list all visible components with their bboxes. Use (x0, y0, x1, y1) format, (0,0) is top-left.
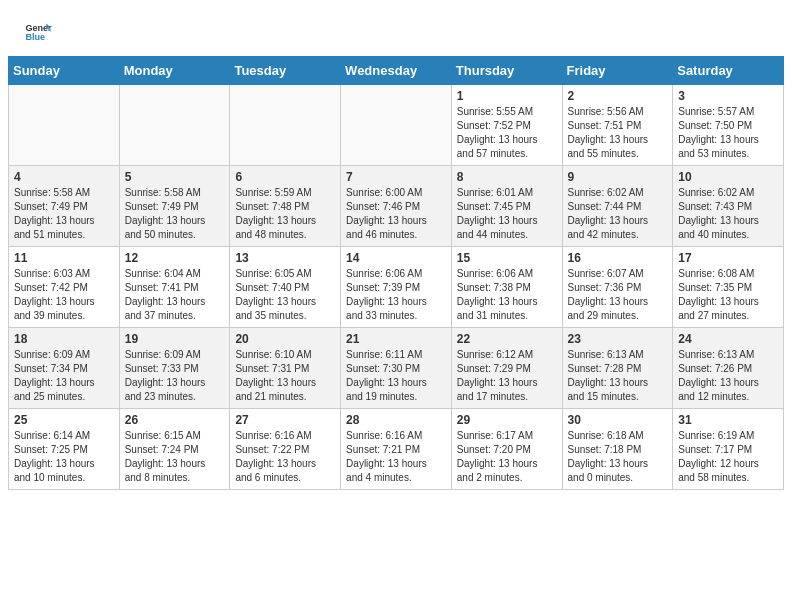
calendar-week-row: 25Sunrise: 6:14 AMSunset: 7:25 PMDayligh… (9, 409, 784, 490)
day-info: Sunrise: 5:57 AMSunset: 7:50 PMDaylight:… (678, 105, 778, 161)
day-info: Sunrise: 5:56 AMSunset: 7:51 PMDaylight:… (568, 105, 668, 161)
day-number: 20 (235, 332, 335, 346)
day-number: 29 (457, 413, 557, 427)
logo-icon: General Blue (24, 18, 52, 46)
calendar-cell (9, 85, 120, 166)
day-number: 7 (346, 170, 446, 184)
day-number: 22 (457, 332, 557, 346)
calendar-week-row: 4Sunrise: 5:58 AMSunset: 7:49 PMDaylight… (9, 166, 784, 247)
calendar-wrapper: SundayMondayTuesdayWednesdayThursdayFrid… (0, 56, 792, 498)
day-info: Sunrise: 6:19 AMSunset: 7:17 PMDaylight:… (678, 429, 778, 485)
calendar-cell: 19Sunrise: 6:09 AMSunset: 7:33 PMDayligh… (119, 328, 230, 409)
calendar-cell: 15Sunrise: 6:06 AMSunset: 7:38 PMDayligh… (451, 247, 562, 328)
day-number: 3 (678, 89, 778, 103)
day-number: 8 (457, 170, 557, 184)
calendar-cell: 29Sunrise: 6:17 AMSunset: 7:20 PMDayligh… (451, 409, 562, 490)
day-info: Sunrise: 6:08 AMSunset: 7:35 PMDaylight:… (678, 267, 778, 323)
day-info: Sunrise: 6:05 AMSunset: 7:40 PMDaylight:… (235, 267, 335, 323)
calendar-cell: 25Sunrise: 6:14 AMSunset: 7:25 PMDayligh… (9, 409, 120, 490)
col-header-wednesday: Wednesday (341, 57, 452, 85)
calendar-cell: 17Sunrise: 6:08 AMSunset: 7:35 PMDayligh… (673, 247, 784, 328)
day-info: Sunrise: 6:09 AMSunset: 7:34 PMDaylight:… (14, 348, 114, 404)
day-info: Sunrise: 6:06 AMSunset: 7:38 PMDaylight:… (457, 267, 557, 323)
calendar-cell: 2Sunrise: 5:56 AMSunset: 7:51 PMDaylight… (562, 85, 673, 166)
col-header-sunday: Sunday (9, 57, 120, 85)
calendar-cell: 6Sunrise: 5:59 AMSunset: 7:48 PMDaylight… (230, 166, 341, 247)
calendar-cell: 23Sunrise: 6:13 AMSunset: 7:28 PMDayligh… (562, 328, 673, 409)
day-number: 26 (125, 413, 225, 427)
calendar-cell: 27Sunrise: 6:16 AMSunset: 7:22 PMDayligh… (230, 409, 341, 490)
day-number: 4 (14, 170, 114, 184)
day-info: Sunrise: 5:55 AMSunset: 7:52 PMDaylight:… (457, 105, 557, 161)
day-info: Sunrise: 6:18 AMSunset: 7:18 PMDaylight:… (568, 429, 668, 485)
calendar-cell: 28Sunrise: 6:16 AMSunset: 7:21 PMDayligh… (341, 409, 452, 490)
day-number: 6 (235, 170, 335, 184)
header: General Blue (0, 0, 792, 56)
day-info: Sunrise: 6:10 AMSunset: 7:31 PMDaylight:… (235, 348, 335, 404)
day-info: Sunrise: 6:09 AMSunset: 7:33 PMDaylight:… (125, 348, 225, 404)
day-number: 14 (346, 251, 446, 265)
day-number: 13 (235, 251, 335, 265)
day-info: Sunrise: 5:58 AMSunset: 7:49 PMDaylight:… (125, 186, 225, 242)
day-number: 12 (125, 251, 225, 265)
calendar-cell: 3Sunrise: 5:57 AMSunset: 7:50 PMDaylight… (673, 85, 784, 166)
day-info: Sunrise: 6:07 AMSunset: 7:36 PMDaylight:… (568, 267, 668, 323)
calendar-table: SundayMondayTuesdayWednesdayThursdayFrid… (8, 56, 784, 490)
calendar-cell: 21Sunrise: 6:11 AMSunset: 7:30 PMDayligh… (341, 328, 452, 409)
day-number: 15 (457, 251, 557, 265)
calendar-cell: 16Sunrise: 6:07 AMSunset: 7:36 PMDayligh… (562, 247, 673, 328)
day-info: Sunrise: 6:00 AMSunset: 7:46 PMDaylight:… (346, 186, 446, 242)
day-number: 24 (678, 332, 778, 346)
calendar-cell: 5Sunrise: 5:58 AMSunset: 7:49 PMDaylight… (119, 166, 230, 247)
col-header-saturday: Saturday (673, 57, 784, 85)
calendar-cell: 30Sunrise: 6:18 AMSunset: 7:18 PMDayligh… (562, 409, 673, 490)
day-number: 16 (568, 251, 668, 265)
calendar-cell: 20Sunrise: 6:10 AMSunset: 7:31 PMDayligh… (230, 328, 341, 409)
calendar-cell: 11Sunrise: 6:03 AMSunset: 7:42 PMDayligh… (9, 247, 120, 328)
day-info: Sunrise: 6:17 AMSunset: 7:20 PMDaylight:… (457, 429, 557, 485)
day-info: Sunrise: 5:59 AMSunset: 7:48 PMDaylight:… (235, 186, 335, 242)
day-number: 5 (125, 170, 225, 184)
calendar-week-row: 1Sunrise: 5:55 AMSunset: 7:52 PMDaylight… (9, 85, 784, 166)
calendar-cell: 4Sunrise: 5:58 AMSunset: 7:49 PMDaylight… (9, 166, 120, 247)
calendar-header-row: SundayMondayTuesdayWednesdayThursdayFrid… (9, 57, 784, 85)
day-info: Sunrise: 6:13 AMSunset: 7:26 PMDaylight:… (678, 348, 778, 404)
day-info: Sunrise: 6:14 AMSunset: 7:25 PMDaylight:… (14, 429, 114, 485)
calendar-cell: 31Sunrise: 6:19 AMSunset: 7:17 PMDayligh… (673, 409, 784, 490)
logo: General Blue (24, 18, 52, 46)
calendar-cell: 1Sunrise: 5:55 AMSunset: 7:52 PMDaylight… (451, 85, 562, 166)
calendar-cell (230, 85, 341, 166)
calendar-week-row: 11Sunrise: 6:03 AMSunset: 7:42 PMDayligh… (9, 247, 784, 328)
day-info: Sunrise: 5:58 AMSunset: 7:49 PMDaylight:… (14, 186, 114, 242)
calendar-cell (341, 85, 452, 166)
day-info: Sunrise: 6:13 AMSunset: 7:28 PMDaylight:… (568, 348, 668, 404)
day-info: Sunrise: 6:02 AMSunset: 7:44 PMDaylight:… (568, 186, 668, 242)
calendar-cell: 10Sunrise: 6:02 AMSunset: 7:43 PMDayligh… (673, 166, 784, 247)
calendar-cell: 14Sunrise: 6:06 AMSunset: 7:39 PMDayligh… (341, 247, 452, 328)
day-info: Sunrise: 6:16 AMSunset: 7:21 PMDaylight:… (346, 429, 446, 485)
calendar-cell (119, 85, 230, 166)
day-info: Sunrise: 6:11 AMSunset: 7:30 PMDaylight:… (346, 348, 446, 404)
calendar-cell: 13Sunrise: 6:05 AMSunset: 7:40 PMDayligh… (230, 247, 341, 328)
day-info: Sunrise: 6:03 AMSunset: 7:42 PMDaylight:… (14, 267, 114, 323)
day-number: 25 (14, 413, 114, 427)
day-number: 1 (457, 89, 557, 103)
day-number: 10 (678, 170, 778, 184)
day-info: Sunrise: 6:01 AMSunset: 7:45 PMDaylight:… (457, 186, 557, 242)
col-header-monday: Monday (119, 57, 230, 85)
day-number: 19 (125, 332, 225, 346)
calendar-cell: 7Sunrise: 6:00 AMSunset: 7:46 PMDaylight… (341, 166, 452, 247)
day-info: Sunrise: 6:15 AMSunset: 7:24 PMDaylight:… (125, 429, 225, 485)
day-number: 9 (568, 170, 668, 184)
day-number: 17 (678, 251, 778, 265)
col-header-thursday: Thursday (451, 57, 562, 85)
day-number: 11 (14, 251, 114, 265)
day-number: 28 (346, 413, 446, 427)
day-info: Sunrise: 6:12 AMSunset: 7:29 PMDaylight:… (457, 348, 557, 404)
calendar-cell: 9Sunrise: 6:02 AMSunset: 7:44 PMDaylight… (562, 166, 673, 247)
calendar-week-row: 18Sunrise: 6:09 AMSunset: 7:34 PMDayligh… (9, 328, 784, 409)
day-number: 27 (235, 413, 335, 427)
svg-text:Blue: Blue (25, 32, 45, 42)
day-number: 31 (678, 413, 778, 427)
calendar-cell: 12Sunrise: 6:04 AMSunset: 7:41 PMDayligh… (119, 247, 230, 328)
